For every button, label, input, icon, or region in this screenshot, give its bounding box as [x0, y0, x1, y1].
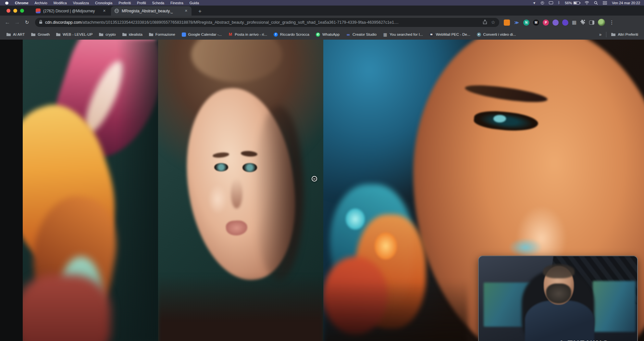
orange-light-dot — [375, 233, 397, 260]
menubar-clock[interactable]: Ven 24 mar 20:22 — [612, 1, 640, 5]
browser-toolbar: ← → ↻ cdn.discordapp.com/attachments/101… — [0, 16, 644, 29]
menu-visualizza[interactable]: Visualizza — [73, 1, 89, 5]
bookmark-label: You searched for I... — [390, 32, 423, 36]
folder-icon — [6, 32, 11, 37]
facebook-icon: f — [273, 32, 278, 37]
tab-title: (2762) Discord | @Midjourney — [43, 9, 100, 13]
bookmark-label: Riccardo Scrocca — [280, 32, 309, 36]
close-window-button[interactable] — [6, 9, 10, 13]
converter-icon: ▼ — [477, 32, 481, 37]
share-icon[interactable] — [483, 19, 487, 26]
chrome-menu-icon[interactable]: ⋮ — [609, 19, 614, 25]
menu-modifica[interactable]: Modifica — [54, 1, 67, 5]
folder-icon — [31, 32, 36, 37]
whatsapp-icon: ✆ — [316, 32, 320, 37]
bookmark-label: WhatsApp — [322, 32, 340, 36]
menu-scheda[interactable]: Scheda — [152, 1, 164, 5]
apps-grid-icon[interactable]: ▦ — [572, 19, 576, 25]
double-check-extension-icon[interactable]: ≫ — [514, 19, 520, 26]
charging-bolt-icon: ϟ — [576, 1, 577, 5]
bookmark-google-calendar[interactable]: Google Calendar -... — [181, 32, 222, 37]
new-tab-button[interactable]: + — [196, 7, 204, 15]
screen: Chrome Archivio Modifica Visualizza Cron… — [0, 0, 644, 341]
menu-finestra[interactable]: Finestra — [170, 1, 183, 5]
bookmark-label: WebMail PEC - De... — [436, 32, 470, 36]
control-center-icon[interactable] — [603, 1, 607, 5]
bookmark-whatsapp[interactable]: ✆ WhatsApp — [316, 32, 340, 37]
bookmark-folder-web-level-up[interactable]: WEB - LEVEL-UP — [56, 32, 93, 37]
lock-icon[interactable] — [39, 19, 43, 25]
minimize-window-button[interactable] — [13, 9, 17, 13]
bookmark-label: Google Calendar -... — [188, 32, 222, 36]
close-tab-icon[interactable]: ✕ — [102, 9, 106, 13]
discord-favicon — [36, 8, 41, 13]
menu-chrome[interactable]: Chrome — [15, 1, 29, 5]
extensions-puzzle-icon[interactable] — [580, 19, 586, 26]
webmail-icon: ✉ — [429, 32, 434, 37]
profile-avatar[interactable] — [598, 19, 605, 26]
bookmark-webmail-pec[interactable]: ✉ WebMail PEC - De... — [429, 32, 470, 37]
bookmark-gmail-inbox[interactable]: M Posta in arrivo - ri... — [228, 32, 267, 37]
bookmark-folder-crypto[interactable]: crypto — [99, 32, 116, 37]
extensions-row: ≫ N M P ▦ ⋮ — [504, 19, 617, 26]
nose-shadow — [231, 178, 242, 208]
reload-button[interactable]: ↻ — [22, 19, 32, 25]
purple-blob-extension-icon[interactable] — [562, 19, 568, 26]
folder-icon — [611, 32, 616, 37]
bluetooth-icon[interactable]: ᛒ — [558, 1, 560, 5]
menu-cronologia[interactable]: Cronologia — [95, 1, 112, 5]
back-button[interactable]: ← — [3, 19, 12, 26]
bookmark-folder-growth[interactable]: Growth — [31, 32, 50, 37]
gmail-icon: M — [228, 32, 233, 37]
zoom-out-cursor — [312, 176, 317, 182]
bookmark-facebook-profile[interactable]: f Riccardo Scrocca — [273, 32, 309, 37]
tab-image-active[interactable]: MRregista_Abstract_beauty._ ✕ — [111, 6, 192, 16]
close-tab-icon[interactable]: ✕ — [184, 9, 188, 13]
notion-extension-icon[interactable]: N — [523, 19, 529, 26]
forward-button[interactable]: → — [12, 19, 22, 26]
display-mirroring-icon[interactable] — [549, 1, 553, 4]
side-panel-icon[interactable] — [589, 20, 594, 25]
battery-status[interactable]: 56% ϟ — [565, 1, 580, 5]
bookmark-folder-ai-art[interactable]: AI ART — [6, 32, 25, 37]
p-extension-icon[interactable]: P — [543, 19, 549, 26]
menu-profili[interactable]: Profili — [137, 1, 146, 5]
menu-archivio[interactable]: Archivio — [35, 1, 47, 5]
red-bottom-shape — [23, 275, 111, 341]
apple-menu-icon[interactable] — [5, 1, 9, 5]
menu-preferiti[interactable]: Preferiti — [118, 1, 131, 5]
monitor-glow-right — [593, 281, 636, 332]
wifi-icon[interactable] — [585, 1, 589, 5]
presenter-body — [525, 300, 595, 341]
location-services-icon[interactable]: ➤ — [532, 1, 537, 5]
grid-thumbnail-icon: ▦ — [383, 32, 388, 37]
tab-strip: (2762) Discord | @Midjourney ✕ MRregista… — [0, 6, 644, 16]
artwork-panel-abstract — [23, 40, 158, 341]
bookmarks-overflow-chevron[interactable]: » — [599, 32, 602, 37]
bookmark-label: WEB - LEVEL-UP — [63, 32, 93, 36]
screen-recording-icon[interactable] — [541, 1, 544, 5]
m-extension-icon[interactable]: M — [533, 19, 539, 26]
bookmark-folder-idealista[interactable]: idealista — [122, 32, 142, 37]
url-host: cdn.discordapp.com — [45, 20, 81, 25]
purple-extension-icon[interactable] — [552, 19, 559, 26]
bookmark-you-searched[interactable]: ▦ You searched for I... — [383, 32, 423, 37]
bookmarks-divider — [606, 32, 606, 37]
webcam-overlay: A TURNING ✦ — [478, 256, 638, 341]
menu-guida[interactable]: Guida — [190, 1, 199, 5]
bookmark-star-icon[interactable]: ☆ — [491, 19, 495, 25]
bookmark-label: Posta in arrivo - ri... — [235, 32, 267, 36]
spotlight-search-icon[interactable] — [594, 1, 598, 5]
folder-icon — [149, 32, 154, 37]
dark-bottom-shade — [323, 281, 468, 341]
bookmark-creator-studio[interactable]: ∞ Creator Studio — [346, 32, 377, 37]
bookmark-converti-video[interactable]: ▼ Converti i video di... — [477, 32, 516, 37]
metamask-extension-icon[interactable] — [504, 19, 510, 26]
maximize-window-button[interactable] — [20, 9, 24, 13]
other-bookmarks-folder[interactable]: Altri Preferiti — [611, 32, 638, 37]
tab-discord[interactable]: (2762) Discord | @Midjourney ✕ — [32, 6, 110, 16]
artwork-panel-portrait — [158, 40, 323, 341]
bookmark-folder-formazione[interactable]: Formazione — [149, 32, 175, 37]
address-bar[interactable]: cdn.discordapp.com/attachments/101351233… — [35, 18, 499, 27]
bookmark-label: Growth — [38, 32, 50, 36]
